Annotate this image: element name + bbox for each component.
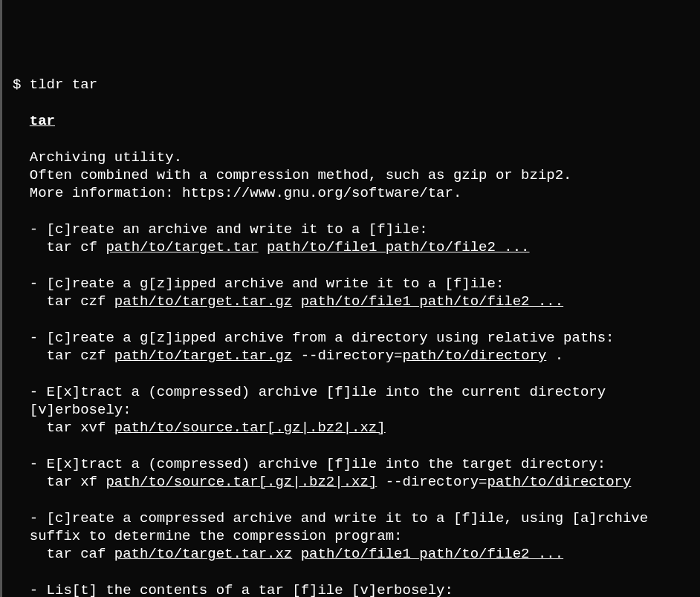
tldr-desc-line: More information: https://www.gnu.org/so… [13, 184, 700, 202]
terminal-output[interactable]: $ tldr tartarArchiving utility.Often com… [13, 76, 700, 597]
example-desc: - Lis[t] the contents of a tar [f]ile [v… [13, 581, 700, 597]
command-placeholder: path/to/directory [487, 474, 632, 490]
command-text [259, 239, 267, 255]
example-desc: - E[x]tract a (compressed) archive [f]il… [13, 383, 700, 420]
command-prefix: tar czf [47, 293, 114, 310]
tldr-desc-line: Archiving utility. [13, 149, 700, 166]
command-text [292, 546, 300, 562]
example-desc: - [c]reate an archive and write it to a … [13, 221, 700, 238]
examples-list: - [c]reate an archive and write it to a … [13, 202, 700, 597]
command-placeholder: path/to/target.tar.xz [114, 546, 292, 562]
command-prefix: tar xvf [47, 420, 114, 436]
example-command: tar czf path/to/target.tar.gz --director… [13, 347, 700, 365]
command-placeholder: path/to/file1 path/to/file2 ... [301, 293, 563, 310]
command-placeholder: path/to/source.tar[.gz|.bz2|.xz] [106, 474, 377, 490]
command-placeholder: path/to/target.tar.gz [114, 293, 292, 310]
prompt-symbol: $ [13, 76, 30, 93]
example-command: tar czf path/to/target.tar.gz path/to/fi… [13, 293, 700, 310]
command-placeholder: path/to/file1 path/to/file2 ... [301, 546, 563, 562]
command-prefix: tar czf [47, 348, 114, 364]
example-desc: - [c]reate a g[z]ipped archive and write… [13, 275, 700, 293]
typed-command: tldr tar [30, 76, 97, 93]
command-text: --directory= [377, 474, 487, 490]
tldr-desc-line: Often combined with a compression method… [13, 166, 700, 184]
command-prefix: tar xf [47, 474, 106, 490]
command-placeholder: path/to/target.tar [106, 239, 258, 255]
example-desc: - E[x]tract a (compressed) archive [f]il… [13, 455, 700, 473]
command-text: . [546, 348, 563, 364]
command-placeholder: path/to/source.tar[.gz|.bz2|.xz] [114, 420, 386, 436]
command-prefix: tar cf [47, 239, 106, 255]
command-placeholder: path/to/directory [403, 348, 547, 364]
command-placeholder: path/to/file1 path/to/file2 ... [267, 239, 529, 255]
command-placeholder: path/to/target.tar.gz [114, 348, 292, 364]
example-command: tar xvf path/to/source.tar[.gz|.bz2|.xz] [13, 419, 700, 437]
command-prefix: tar caf [47, 546, 114, 562]
example-command: tar xf path/to/source.tar[.gz|.bz2|.xz] … [13, 473, 700, 491]
example-desc: - [c]reate a g[z]ipped archive from a di… [13, 329, 700, 347]
example-command: tar cf path/to/target.tar path/to/file1 … [13, 238, 700, 256]
command-text [292, 293, 300, 310]
example-command: tar caf path/to/target.tar.xz path/to/fi… [13, 545, 700, 563]
example-desc: - [c]reate a compressed archive and writ… [13, 509, 700, 546]
command-text: --directory= [292, 348, 402, 364]
command-line: $ tldr tar [13, 76, 700, 94]
tldr-title: tar [13, 112, 700, 130]
